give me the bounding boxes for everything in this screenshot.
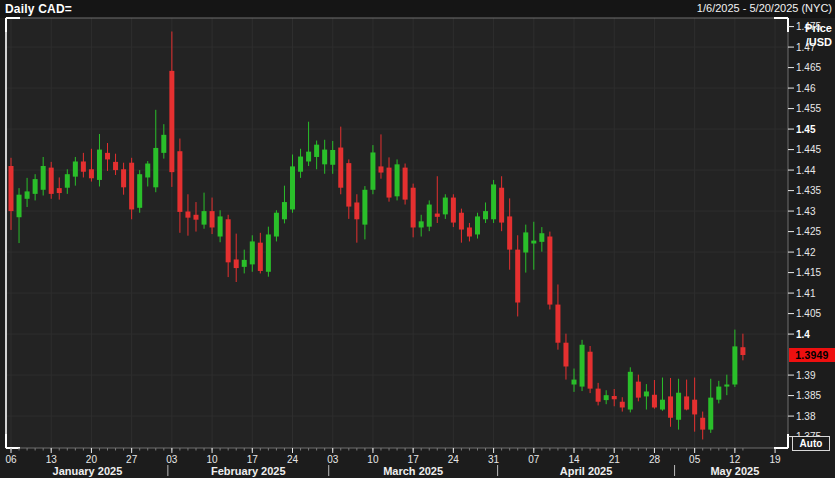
candle-body [137,174,142,208]
price-tick-label: 1.415 [796,267,821,278]
day-tick-label: 03 [166,454,178,465]
price-tick-label: 1.38 [796,411,816,422]
candle-body [387,168,392,198]
candle-body [81,161,86,171]
candle-body [419,221,424,227]
candle-body [161,135,166,153]
price-tick-label: 1.405 [796,308,821,319]
candle-body [612,396,617,399]
candle-body [314,145,319,157]
price-tick-label: 1.42 [796,247,816,258]
candle-body [700,418,705,430]
day-tick-label: 03 [327,454,339,465]
candle-body [427,205,432,227]
price-tick-label: 1.39 [796,370,816,381]
price-tick-label: 1.425 [796,226,821,237]
candle-body [499,188,504,223]
day-tick-label: 20 [86,454,98,465]
candle-body [210,211,215,227]
candle-body [298,157,303,172]
candle-body [242,260,247,267]
day-tick-label: 17 [247,454,259,465]
candle-body [451,198,456,223]
price-axis-title-line1: Price [772,21,832,35]
candle-body [113,162,118,170]
price-tick-label: 1.4 [796,329,810,340]
candle-body [306,152,311,162]
candle-body [740,347,745,355]
candle-body [129,163,134,210]
current-price-badge: 1.3949 [789,348,835,362]
day-tick-label: 19 [770,454,782,465]
day-tick-label: 13 [46,454,58,465]
candle-body [226,219,231,262]
candle-body [547,237,552,305]
candle-body [435,214,440,217]
candle-body [588,352,593,389]
month-label: January 2025 [53,465,123,477]
candle-body [459,213,464,230]
candle-body [572,380,577,385]
price-tick-label: 1.465 [796,62,821,73]
candle-body [676,393,681,420]
price-tick-label: 1.41 [796,288,816,299]
candle-body [49,168,54,194]
candle-body [105,153,110,160]
candle-body [202,211,207,225]
candle-body [732,346,737,384]
candle-body [724,385,729,387]
candle-body [177,151,182,212]
day-tick-label: 14 [568,454,580,465]
candle-body [266,234,271,271]
auto-scale-button[interactable]: Auto [792,436,830,451]
candle-body [652,395,657,408]
candle-body [515,250,520,303]
candle-body [531,241,536,244]
candle-body [193,215,198,220]
candle-body [523,232,528,252]
candle-body [121,169,126,187]
candle-body [668,396,673,417]
candle-body [539,233,544,242]
candle-body [443,198,448,215]
candle-body [338,148,343,188]
candle-body [218,216,223,236]
candle-body [25,191,30,198]
candle-body [580,345,585,387]
candlestick-chart: 1.4751.471.4651.461.4551.451.4451.441.43… [0,0,835,478]
candle-body [708,398,713,430]
price-tick-label: 1.45 [796,124,816,135]
month-label: March 2025 [383,465,443,477]
candle-body [403,168,408,200]
day-tick-label: 12 [729,454,741,465]
candle-body [169,71,174,172]
price-tick-label: 1.455 [796,103,821,114]
day-tick-label: 10 [207,454,219,465]
price-tick-label: 1.43 [796,206,816,217]
day-tick-label: 07 [528,454,540,465]
candle-body [716,387,721,400]
candle-body [411,188,416,228]
day-tick-label: 24 [287,454,299,465]
candle-body [362,190,367,225]
candle-body [9,166,14,211]
candle-body [692,400,697,415]
price-tick-label: 1.44 [796,165,816,176]
day-tick-label: 24 [448,454,460,465]
candle-body [185,212,190,218]
candle-body [250,241,255,264]
day-tick-label: 17 [408,454,420,465]
month-label: May 2025 [710,465,759,477]
candle-body [684,396,689,409]
candle-body [507,216,512,249]
candle-body [395,164,400,196]
candle-body [153,148,158,187]
candle-body [274,213,279,237]
candle-body [370,152,375,189]
price-tick-label: 1.385 [796,390,821,401]
candle-body [65,174,70,188]
candle-body [17,195,22,218]
candle-body [322,150,327,165]
price-axis-title: Price /USD [772,21,832,49]
candle-body [145,164,150,178]
